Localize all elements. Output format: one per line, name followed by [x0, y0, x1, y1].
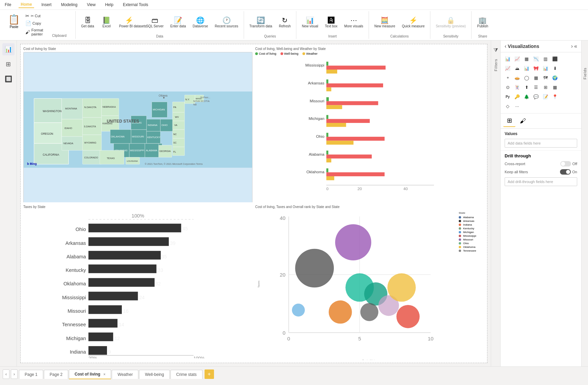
sidebar-data-icon[interactable]: ⊞: [2, 58, 15, 70]
fields-label[interactable]: Fields: [583, 68, 587, 79]
legend-tennessee: Tennessee: [459, 249, 483, 252]
tab-crime-stats[interactable]: Crime stats: [170, 370, 203, 379]
svg-rect-122: [88, 264, 156, 273]
viz-python[interactable]: Py: [503, 92, 512, 101]
viz-ribbon[interactable]: 🎀: [532, 64, 540, 73]
viz-clustered-bar[interactable]: 📈: [513, 54, 522, 63]
tab-cost-of-living[interactable]: Cost of living ×: [69, 369, 111, 379]
filters-label[interactable]: Filters: [494, 59, 498, 71]
sql-server-button[interactable]: 🗃 SQL Server: [143, 16, 166, 29]
copy-button[interactable]: 📄 Copy: [23, 20, 45, 27]
tab-page1[interactable]: Page 1: [19, 370, 43, 379]
add-page-button[interactable]: +: [205, 369, 214, 379]
menu-help[interactable]: Help: [103, 2, 115, 8]
publish-button[interactable]: 🏢 Publish: [474, 16, 491, 29]
add-fields-box[interactable]: Add data fields here: [505, 139, 577, 148]
tab-well-being[interactable]: Well-being: [139, 370, 169, 379]
panel-close-btn[interactable]: «: [574, 43, 577, 49]
map-chart[interactable]: WASHINGTON OREGON CALIFORNIA MONTANA IDA…: [23, 52, 252, 202]
viz-card[interactable]: 🃏: [513, 83, 522, 92]
power-bi-datasets-button[interactable]: ⚡ Power BI datasets: [116, 16, 142, 29]
paste-icon: 📋: [8, 14, 20, 25]
viz-matrix[interactable]: ▦: [551, 83, 559, 92]
menu-home[interactable]: Home: [19, 1, 34, 8]
svg-rect-80: [326, 70, 337, 74]
excel-button[interactable]: 📗 Excel: [98, 16, 115, 29]
more-visuals-button[interactable]: ⋯ More visuals: [342, 16, 366, 29]
queries-group: 🔄 Transform data ↻ Refresh Queries: [244, 11, 296, 39]
tab-close-icon[interactable]: ×: [103, 373, 105, 376]
filter-funnel-icon[interactable]: ⧩: [493, 47, 498, 53]
svg-text:20%: 20%: [88, 356, 97, 358]
viz-waterfall[interactable]: 📊: [541, 64, 550, 73]
viz-azure-map[interactable]: 📍: [551, 92, 559, 101]
new-visual-button[interactable]: 📊 New visual: [299, 16, 321, 29]
panel-forward-btn[interactable]: ›: [571, 43, 573, 49]
dataverse-button[interactable]: 🌐 Dataverse: [190, 16, 211, 29]
fields-tab[interactable]: ⊞: [503, 115, 515, 127]
viz-smart-narrative[interactable]: 📝: [541, 92, 550, 101]
viz-treemap[interactable]: ▦: [532, 73, 540, 82]
svg-text:Missouri: Missouri: [310, 99, 324, 103]
viz-kpi[interactable]: ⬆: [522, 83, 531, 92]
format-painter-button[interactable]: 🖌 Format painter: [23, 27, 45, 37]
menu-view[interactable]: View: [85, 2, 98, 8]
viz-area[interactable]: ⛰: [513, 64, 522, 73]
format-tab[interactable]: 🖌: [517, 115, 529, 127]
svg-text:Ohio: Ohio: [76, 227, 86, 232]
quick-measure-button[interactable]: ⚡ Quick measure: [399, 16, 427, 29]
sidebar-report-icon[interactable]: 📊: [2, 43, 15, 55]
tab-prev-btn[interactable]: ‹: [3, 369, 9, 379]
tab-next-btn[interactable]: ›: [11, 369, 18, 379]
viz-scatter[interactable]: ⚬: [503, 73, 512, 82]
viz-line[interactable]: 📈: [503, 64, 512, 73]
legend-cost: Cost of living: [255, 52, 276, 55]
menu-external-tools[interactable]: External Tools: [121, 2, 150, 8]
viz-slicer[interactable]: ☰: [532, 83, 540, 92]
viz-funnel[interactable]: ⬇: [551, 64, 559, 73]
tab-weather[interactable]: Weather: [112, 370, 138, 379]
refresh-button[interactable]: ↻ Refresh: [276, 16, 293, 29]
viz-donut[interactable]: ◯: [522, 73, 531, 82]
svg-text:OKLAHOMA: OKLAHOMA: [111, 135, 125, 138]
svg-text:Missouri: Missouri: [68, 308, 86, 313]
viz-bar-chart[interactable]: 📉: [532, 54, 540, 63]
new-measure-button[interactable]: 🧮 New measure: [372, 16, 398, 29]
viz-filled-map[interactable]: 🌍: [551, 73, 559, 82]
tab-page2[interactable]: Page 2: [44, 370, 68, 379]
viz-100pct-bar[interactable]: ▦: [522, 54, 531, 63]
keep-filters-track[interactable]: [560, 169, 571, 175]
paste-button[interactable]: 📋 Paste: [5, 12, 23, 30]
viz-stacked-bar[interactable]: 📊: [503, 54, 512, 63]
viz-map[interactable]: 🗺: [541, 73, 550, 82]
viz-key-influencers[interactable]: 🔑: [513, 92, 522, 101]
viz-stacked-col[interactable]: ▥: [541, 54, 550, 63]
text-box-button[interactable]: 🅰 Text box: [322, 16, 340, 29]
enter-data-button[interactable]: 📝 Enter data: [168, 16, 189, 29]
sidebar-model-icon[interactable]: 🔲: [2, 73, 15, 85]
viz-100pct-col[interactable]: ⬛: [551, 54, 559, 63]
viz-pie[interactable]: 🥧: [513, 73, 522, 82]
menu-modeling[interactable]: Modeling: [59, 2, 80, 8]
viz-custom[interactable]: ◇: [503, 102, 512, 110]
svg-text:14: 14: [119, 322, 124, 327]
grouped-bar-title: Cost of living, Well-being and Weather b…: [255, 47, 484, 51]
svg-text:INDIANA: INDIANA: [148, 124, 157, 127]
transform-data-button[interactable]: 🔄 Transform data: [247, 16, 275, 29]
cross-report-toggle[interactable]: Off: [560, 161, 577, 166]
keep-filters-toggle[interactable]: On: [560, 169, 577, 175]
cut-button[interactable]: ✂ ✂ Cut: [23, 12, 45, 19]
viz-qa[interactable]: 💬: [532, 92, 540, 101]
menu-insert[interactable]: Insert: [39, 2, 54, 8]
viz-gauge[interactable]: ⊙: [503, 83, 512, 92]
menu-file[interactable]: File: [3, 2, 13, 8]
panel-back-btn[interactable]: ‹: [505, 43, 506, 49]
add-drill-fields-box[interactable]: Add drill-through fields here: [505, 177, 577, 186]
get-data-button[interactable]: 🗄 Get data: [78, 16, 97, 29]
viz-line-clustered[interactable]: 📊: [522, 64, 531, 73]
viz-decomp-tree[interactable]: 🌲: [522, 92, 531, 101]
recent-sources-button[interactable]: 🕐 Recent sources: [212, 16, 241, 29]
viz-more[interactable]: ···: [513, 102, 522, 110]
viz-table[interactable]: ⊞: [541, 83, 550, 92]
cross-report-track[interactable]: [560, 161, 571, 166]
